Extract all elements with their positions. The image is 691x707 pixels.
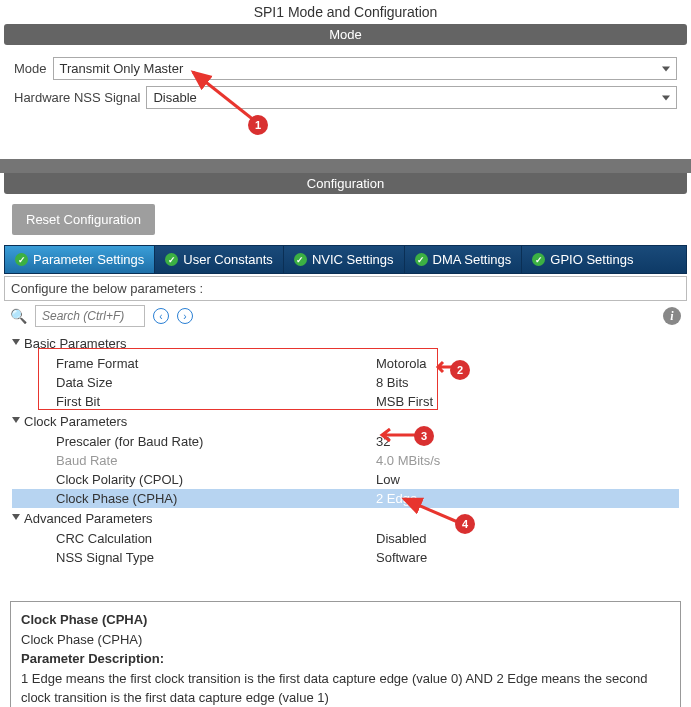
param-label: Clock Polarity (CPOL) bbox=[56, 472, 376, 487]
param-label: CRC Calculation bbox=[56, 531, 376, 546]
search-toolbar: 🔍 ‹ › i bbox=[4, 301, 687, 331]
check-icon bbox=[532, 253, 545, 266]
param-value: Low bbox=[376, 472, 679, 487]
chevron-down-icon bbox=[12, 514, 20, 524]
config-section-header: Configuration bbox=[4, 173, 687, 194]
nss-select[interactable]: Disable bbox=[146, 86, 677, 109]
mode-label: Mode bbox=[14, 61, 47, 76]
tab-label: NVIC Settings bbox=[312, 252, 394, 267]
mode-select-value: Transmit Only Master bbox=[60, 61, 184, 76]
mode-section: Mode Transmit Only Master Hardware NSS S… bbox=[0, 45, 691, 153]
param-value: Motorola bbox=[376, 356, 679, 371]
search-input[interactable] bbox=[35, 305, 145, 327]
param-label: Baud Rate bbox=[56, 453, 376, 468]
tab-user-constants[interactable]: User Constants bbox=[155, 246, 284, 273]
param-label: NSS Signal Type bbox=[56, 550, 376, 565]
tab-label: DMA Settings bbox=[433, 252, 512, 267]
param-cpha[interactable]: Clock Phase (CPHA)2 Edge bbox=[12, 489, 679, 508]
check-icon bbox=[415, 253, 428, 266]
info-icon[interactable]: i bbox=[663, 307, 681, 325]
parameter-tree: Basic Parameters Frame FormatMotorola Da… bbox=[4, 331, 687, 577]
param-label: Data Size bbox=[56, 375, 376, 390]
page-title: SPI1 Mode and Configuration bbox=[0, 0, 691, 24]
search-prev-button[interactable]: ‹ bbox=[153, 308, 169, 324]
config-tabs: Parameter Settings User Constants NVIC S… bbox=[4, 245, 687, 274]
chevron-down-icon bbox=[12, 339, 20, 349]
check-icon bbox=[15, 253, 28, 266]
param-value: MSB First bbox=[376, 394, 679, 409]
description-sub: Clock Phase (CPHA) bbox=[21, 630, 670, 650]
nss-label: Hardware NSS Signal bbox=[14, 90, 140, 105]
search-next-button[interactable]: › bbox=[177, 308, 193, 324]
tab-label: GPIO Settings bbox=[550, 252, 633, 267]
group-advanced-parameters[interactable]: Advanced Parameters bbox=[12, 508, 679, 529]
param-nss-signal-type[interactable]: NSS Signal TypeSoftware bbox=[12, 548, 679, 567]
nss-select-value: Disable bbox=[153, 90, 196, 105]
param-cpol[interactable]: Clock Polarity (CPOL)Low bbox=[12, 470, 679, 489]
param-value: 4.0 MBits/s bbox=[376, 453, 679, 468]
param-label: Frame Format bbox=[56, 356, 376, 371]
param-value: 2 Edge bbox=[376, 491, 679, 506]
param-value: Software bbox=[376, 550, 679, 565]
tab-nvic-settings[interactable]: NVIC Settings bbox=[284, 246, 405, 273]
group-label: Basic Parameters bbox=[24, 336, 127, 351]
group-clock-parameters[interactable]: Clock Parameters bbox=[12, 411, 679, 432]
param-value: 8 Bits bbox=[376, 375, 679, 390]
tab-parameter-settings[interactable]: Parameter Settings bbox=[5, 246, 155, 273]
mode-select[interactable]: Transmit Only Master bbox=[53, 57, 677, 80]
description-panel: Clock Phase (CPHA) Clock Phase (CPHA) Pa… bbox=[10, 601, 681, 707]
param-label: Prescaler (for Baud Rate) bbox=[56, 434, 376, 449]
param-prescaler[interactable]: Prescaler (for Baud Rate)32 bbox=[12, 432, 679, 451]
param-value: 32 bbox=[376, 434, 679, 449]
search-icon: 🔍 bbox=[10, 308, 27, 324]
param-label: Clock Phase (CPHA) bbox=[56, 491, 376, 506]
group-label: Advanced Parameters bbox=[24, 511, 153, 526]
group-basic-parameters[interactable]: Basic Parameters bbox=[12, 333, 679, 354]
check-icon bbox=[165, 253, 178, 266]
description-label: Parameter Description: bbox=[21, 649, 670, 669]
divider bbox=[0, 159, 691, 173]
chevron-down-icon bbox=[12, 417, 20, 427]
tab-gpio-settings[interactable]: GPIO Settings bbox=[522, 246, 643, 273]
param-baud-rate: Baud Rate4.0 MBits/s bbox=[12, 451, 679, 470]
param-first-bit[interactable]: First BitMSB First bbox=[12, 392, 679, 411]
param-frame-format[interactable]: Frame FormatMotorola bbox=[12, 354, 679, 373]
reset-configuration-button[interactable]: Reset Configuration bbox=[12, 204, 155, 235]
tab-dma-settings[interactable]: DMA Settings bbox=[405, 246, 523, 273]
description-text: 1 Edge means the first clock transition … bbox=[21, 669, 670, 708]
tab-label: User Constants bbox=[183, 252, 273, 267]
description-heading: Clock Phase (CPHA) bbox=[21, 610, 670, 630]
check-icon bbox=[294, 253, 307, 266]
configure-instruction: Configure the below parameters : bbox=[4, 276, 687, 301]
mode-section-header: Mode bbox=[4, 24, 687, 45]
param-label: First Bit bbox=[56, 394, 376, 409]
tab-label: Parameter Settings bbox=[33, 252, 144, 267]
param-data-size[interactable]: Data Size8 Bits bbox=[12, 373, 679, 392]
param-value: Disabled bbox=[376, 531, 679, 546]
group-label: Clock Parameters bbox=[24, 414, 127, 429]
param-crc-calculation[interactable]: CRC CalculationDisabled bbox=[12, 529, 679, 548]
